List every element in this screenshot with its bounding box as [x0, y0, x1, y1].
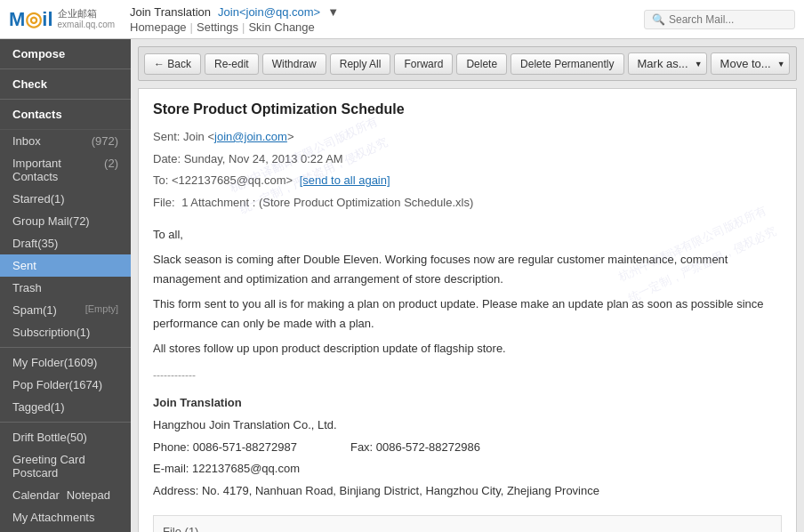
sidebar-item-file-hub[interactable]: File Hub	[0, 528, 131, 532]
signature-phone: Phone: 0086-571-88272987	[153, 437, 297, 459]
sidebar-label-notepad: Notepad	[67, 488, 110, 502]
sidebar-item-spam[interactable]: Spam(1) [Empty]	[0, 299, 131, 321]
body-greeting: To all,	[153, 225, 782, 245]
sidebar-item-trash[interactable]: Trash	[0, 277, 131, 299]
sidebar-item-subscription[interactable]: Subscription(1)	[0, 321, 131, 343]
logo: M ◎ il 企业邮箱 exmail.qq.com	[9, 8, 116, 31]
nav-email[interactable]: Join<join@qq.com>	[218, 5, 320, 19]
signature-fax: Fax: 0086-572-88272986	[350, 437, 480, 459]
sidebar-label-calendar: Calendar	[12, 488, 60, 502]
sidebar-item-greeting-card[interactable]: Greeting Card Postcard	[0, 448, 131, 484]
header: M ◎ il 企业邮箱 exmail.qq.com Join Translati…	[0, 0, 804, 39]
body-p2: This form sent to you all is for making …	[153, 294, 782, 334]
to-address: <122137685@qq.com>	[172, 173, 293, 187]
sidebar-item-my-attachments[interactable]: My Attachments	[0, 506, 131, 528]
sidebar-label: Spam(1)	[12, 303, 57, 317]
sidebar-divider2	[0, 422, 131, 423]
sidebar-label: Draft(35)	[12, 237, 58, 250]
sidebar-label: Pop Folder(1674)	[12, 378, 102, 391]
contacts-button[interactable]: Contacts	[0, 100, 131, 130]
nav-settings[interactable]: Settings	[197, 20, 238, 34]
forward-button[interactable]: Forward	[394, 53, 453, 75]
sidebar-item-inbox[interactable]: Inbox (972)	[0, 130, 131, 152]
back-button[interactable]: ← Back	[144, 53, 201, 75]
body-p1: Slack season is coming after Double Elev…	[153, 250, 782, 289]
sidebar-label: Important Contacts	[12, 157, 104, 183]
logo-m: M	[9, 8, 25, 31]
sent-label: Sent:	[153, 130, 180, 143]
sidebar-label: My Attachments	[12, 511, 94, 524]
sidebar-item-calendar-notepad[interactable]: Calendar Notepad	[0, 484, 131, 506]
to-action[interactable]: [send to all again]	[300, 173, 390, 187]
sidebar-item-inbox-label: Inbox	[12, 134, 41, 148]
sidebar-item-tagged[interactable]: Tagged(1)	[0, 396, 131, 418]
sidebar-item-sent[interactable]: Sent	[0, 254, 131, 277]
signature-company: Join Translation	[153, 392, 782, 415]
check-button[interactable]: Check	[0, 69, 131, 100]
nav-homepage[interactable]: Homepage	[130, 20, 187, 34]
signature-address: Address: No. 4179, Nanhuan Road, Binjian…	[153, 480, 782, 503]
nav-skin-change[interactable]: Skin Change	[248, 20, 314, 34]
sidebar-label: Starred(1)	[12, 192, 65, 206]
file-label: File:	[153, 196, 175, 209]
email-separator: ------------	[153, 369, 782, 382]
sidebar-label: Trash	[12, 281, 42, 294]
email-container: 杭州中译翻译有限公司版权所有统一定制，严禁盗用，侵权必究 杭州中译翻译有限公司版…	[138, 88, 797, 532]
sidebar-item-inbox-badge: (972)	[92, 134, 118, 148]
logo-domain: exmail.qq.com	[58, 20, 115, 30]
sidebar-label: Greeting Card Postcard	[12, 453, 85, 480]
search-icon: 🔍	[652, 13, 665, 26]
sidebar-label: Drift Bottle(50)	[12, 431, 87, 444]
sidebar-badge: (2)	[104, 157, 118, 183]
sidebar-label: My Folder(1609)	[12, 356, 97, 369]
sidebar-label: Tagged(1)	[12, 400, 65, 414]
file-info: 1 Attachment : (Store Product Optimizati…	[181, 196, 473, 209]
to-label: To:	[153, 173, 168, 187]
sidebar-divider	[0, 347, 131, 348]
sidebar-item-important-contacts[interactable]: Important Contacts (2)	[0, 152, 131, 188]
sent-from: Join	[183, 130, 205, 143]
delete-permanently-button[interactable]: Delete Permanently	[511, 53, 623, 75]
move-to-dropdown-icon: ▼	[777, 60, 785, 69]
logo-o: ◎	[25, 8, 42, 31]
nav-dropdown-icon[interactable]: ▼	[327, 5, 339, 19]
delete-button[interactable]: Delete	[456, 53, 507, 75]
top-toolbar: ← Back Re-edit Withdraw Reply All Forwar…	[138, 46, 797, 81]
compose-button[interactable]: Compose	[0, 39, 131, 69]
nav-sep1: |	[190, 20, 193, 34]
body-p3: All stores follow up upon product descri…	[153, 339, 782, 359]
sidebar-item-draft[interactable]: Draft(35)	[0, 232, 131, 254]
sidebar-item-groupmail[interactable]: Group Mail(72)	[0, 210, 131, 232]
mark-as-label: Mark as...	[638, 57, 688, 70]
email-subject: Store Product Optimization Schedule	[153, 101, 782, 117]
search-box: 🔍	[644, 10, 795, 29]
content: ← Back Re-edit Withdraw Reply All Forwar…	[131, 39, 804, 532]
header-nav: Join Translation Join<join@qq.com> ▼ Hom…	[130, 5, 644, 34]
sidebar: Compose Check Contacts Inbox (972) Impor…	[0, 39, 131, 532]
move-to-label: Move to...	[720, 57, 771, 70]
reply-all-button[interactable]: Reply All	[330, 53, 391, 75]
sidebar-item-my-folder[interactable]: My Folder(1609)	[0, 351, 131, 374]
email-date: Date: Sunday, Nov 24, 2013 0:22 AM	[153, 149, 782, 171]
signature-full-company: Hangzhou Join Translation Co., Ltd.	[153, 415, 782, 437]
mark-as-dropdown-icon: ▼	[695, 60, 703, 69]
sidebar-item-pop-folder[interactable]: Pop Folder(1674)	[0, 374, 131, 396]
logo-il: il	[42, 8, 52, 31]
withdraw-button[interactable]: Withdraw	[262, 53, 326, 75]
sent-email[interactable]: join@join.com	[214, 130, 287, 143]
logo-enterprise: 企业邮箱	[58, 8, 115, 20]
reedit-button[interactable]: Re-edit	[205, 53, 259, 75]
nav-sep2: |	[242, 20, 245, 34]
empty-badge: [Empty]	[85, 303, 118, 317]
mark-as-button[interactable]: Mark as... ▼	[628, 52, 707, 75]
move-to-button[interactable]: Move to... ▼	[711, 52, 790, 75]
sidebar-item-drift-bottle[interactable]: Drift Bottle(50)	[0, 426, 131, 448]
signature: Join Translation Hangzhou Join Translati…	[153, 392, 782, 502]
nav-join-translation[interactable]: Join Translation	[130, 5, 211, 19]
sidebar-item-starred[interactable]: Starred(1)	[0, 188, 131, 210]
email-body: To all, Slack season is coming after Dou…	[153, 225, 782, 359]
sidebar-label: Group Mail(72)	[12, 214, 90, 228]
email-meta: Sent: Join <join@join.com> Date: Sunday,…	[153, 126, 782, 214]
main-layout: Compose Check Contacts Inbox (972) Impor…	[0, 39, 804, 532]
search-input[interactable]	[669, 13, 784, 26]
